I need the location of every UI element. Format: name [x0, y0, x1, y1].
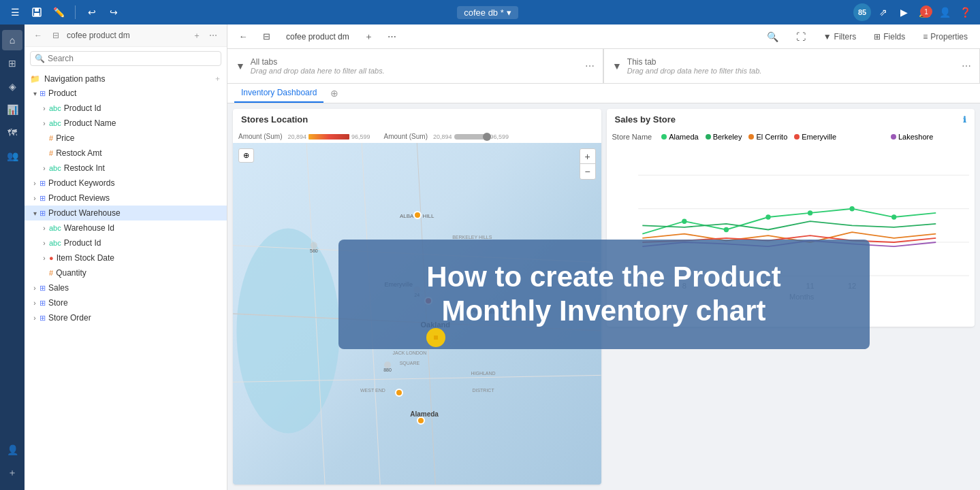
db-selector[interactable]: cofee db * ▾: [457, 6, 518, 19]
toolbar-grid-btn[interactable]: ⊟: [257, 28, 275, 46]
tree-label: Sales: [48, 283, 223, 293]
tree-item-warehouse-id[interactable]: › abc Warehouse Id: [25, 220, 227, 235]
svg-text:DISTRICT: DISTRICT: [472, 388, 494, 393]
undo-icon[interactable]: ↩: [84, 4, 100, 20]
tree-toggle[interactable]: ›: [39, 103, 49, 113]
search-input[interactable]: [48, 54, 217, 63]
filter-labels: This tab Drag and drop data here to filt…: [627, 57, 762, 75]
this-tab-filter[interactable]: ▼ This tab Drag and drop data here to fi…: [604, 49, 980, 83]
legend-bar-1: [309, 134, 349, 140]
add-nav-btn[interactable]: ＋: [214, 74, 221, 84]
zoom-in-btn[interactable]: +: [580, 149, 595, 164]
save-icon[interactable]: [29, 4, 45, 20]
tree-item-price[interactable]: › # Price: [25, 131, 227, 146]
drop-zone-all: Drag and drop data here to filter all ta…: [251, 67, 385, 75]
svg-text:HIGHLAND: HIGHLAND: [471, 371, 495, 376]
tree-item-quantity[interactable]: › # Quantity: [25, 265, 227, 280]
table-icon: ⊞: [39, 209, 46, 218]
share-icon[interactable]: ⇗: [875, 4, 891, 20]
filter-more-btn[interactable]: ⋯: [962, 61, 971, 71]
tree-label: Product Name: [64, 118, 223, 128]
svg-text:Alameda: Alameda: [410, 410, 439, 418]
legend-max-1: 96,599: [351, 133, 370, 140]
edit-icon[interactable]: ✏️: [50, 4, 67, 20]
filter-more-btn[interactable]: ⋯: [585, 61, 595, 71]
stores-location-title: Stores Location: [241, 114, 308, 125]
tree-item-restock-amt[interactable]: › # Restock Amt: [25, 146, 227, 161]
presentation-icon[interactable]: ▶: [896, 4, 912, 20]
tree-toggle[interactable]: ›: [39, 223, 49, 233]
sidebar-add[interactable]: ＋: [2, 463, 22, 483]
tree-item-warehouse-product-id[interactable]: › abc Product Id: [25, 235, 227, 250]
tree-toggle[interactable]: ›: [30, 283, 39, 293]
drop-zone-this: Drag and drop data here to filter this t…: [627, 67, 762, 75]
sidebar-user[interactable]: 👤: [2, 440, 22, 460]
tree-item-product-warehouse[interactable]: ▾ ⊞ Product Warehouse: [25, 206, 227, 220]
tree-item-product-reviews[interactable]: › ⊞ Product Reviews: [25, 191, 227, 206]
tree-toggle[interactable]: ›: [39, 253, 49, 263]
sidebar-home[interactable]: ⌂: [2, 30, 22, 50]
tree-item-store-order[interactable]: › ⊞ Store Order: [25, 310, 227, 325]
add-item-btn[interactable]: ＋: [190, 29, 204, 42]
berkeley-dot: [706, 134, 711, 140]
el-cerrito-dot: [748, 134, 754, 140]
tree-item-product[interactable]: ▾ ⊞ Product: [25, 86, 227, 101]
tree-toggle[interactable]: ›: [39, 238, 49, 248]
tree-toggle[interactable]: ›: [30, 313, 39, 323]
tree-toggle[interactable]: ›: [39, 163, 49, 173]
tree-toggle[interactable]: ›: [30, 298, 39, 308]
store-legend-el-cerrito: El Cerrito: [748, 133, 787, 141]
help-icon[interactable]: ❓: [957, 4, 973, 20]
tree-label: Quantity: [56, 268, 223, 278]
menu-icon[interactable]: ☰: [7, 4, 23, 20]
map-layers-btn[interactable]: ⊕: [238, 148, 254, 163]
tree-toggle[interactable]: ▾: [30, 208, 39, 218]
svg-text:880: 880: [383, 368, 392, 372]
main-toolbar: ← ⊟ cofee product dm ＋ ⋯ 🔍 ⛶ ▼ Filters ⊞: [227, 24, 980, 49]
tree-toggle[interactable]: ›: [30, 178, 39, 188]
more-tab-btn[interactable]: ⋯: [383, 28, 401, 46]
back-btn[interactable]: ←: [31, 29, 45, 42]
sidebar-data[interactable]: ⊞: [2, 53, 22, 74]
tree-item-restock-int[interactable]: › abc Restock Int: [25, 161, 227, 176]
tree-item-sales[interactable]: › ⊞ Sales: [25, 280, 227, 295]
sales-by-store-title: Sales by Store: [615, 114, 676, 125]
filters-btn[interactable]: ▼ Filters: [818, 30, 862, 44]
fields-btn[interactable]: ⊞ Fields: [868, 30, 911, 44]
tree-toggle[interactable]: ▾: [30, 88, 39, 98]
lakeshore-dot: [891, 134, 896, 140]
fields-label: Fields: [883, 32, 905, 42]
tree-item-store[interactable]: › ⊞ Store: [25, 295, 227, 310]
profile-icon[interactable]: 👤: [936, 4, 953, 20]
sidebar-people[interactable]: 👥: [2, 146, 22, 166]
more-btn[interactable]: ⋯: [206, 29, 220, 42]
user-count-badge[interactable]: 85: [853, 3, 871, 21]
properties-label: Properties: [930, 32, 968, 42]
tab-inventory-dashboard[interactable]: Inventory Dashboard: [234, 84, 323, 103]
properties-btn[interactable]: ≡ Properties: [917, 30, 973, 44]
fullscreen-btn[interactable]: ⛶: [791, 29, 811, 44]
tree-item-product-name[interactable]: › abc Product Name: [25, 116, 227, 131]
zoom-fit-btn[interactable]: 🔍: [761, 29, 784, 44]
add-dashboard-tab-btn[interactable]: ⊕: [326, 85, 343, 101]
all-tabs-filter[interactable]: ▼ All tabs Drag and drop data here to fi…: [227, 49, 603, 83]
nav-paths-item[interactable]: 📁 Navigation paths ＋: [25, 71, 227, 86]
tree-toggle[interactable]: ›: [30, 193, 39, 203]
data-panel-menu[interactable]: ⊟: [49, 29, 63, 42]
sidebar-map[interactable]: 🗺: [2, 122, 22, 143]
tutorial-overlay: How to create the Product Monthly Invent…: [338, 240, 870, 349]
redo-icon[interactable]: ↪: [106, 4, 122, 20]
tree-item-product-id[interactable]: › abc Product Id: [25, 101, 227, 116]
chart-header: Stores Location: [233, 109, 601, 130]
sidebar-charts[interactable]: 📊: [2, 99, 22, 120]
zoom-out-btn[interactable]: −: [580, 164, 595, 179]
add-tab-btn[interactable]: ＋: [360, 28, 378, 46]
info-icon: ℹ: [963, 115, 966, 125]
toolbar-back-btn[interactable]: ←: [234, 28, 252, 46]
tree-item-item-stock-date[interactable]: › ● Item Stock Date: [25, 250, 227, 265]
tree-item-product-keywords[interactable]: › ⊞ Product Keywords: [25, 176, 227, 191]
tree-toggle[interactable]: ›: [39, 118, 49, 128]
tab-filename: cofee product dm: [281, 32, 355, 42]
sidebar-search[interactable]: ◈: [2, 76, 22, 97]
berkeley-label: Berkeley: [713, 133, 742, 141]
